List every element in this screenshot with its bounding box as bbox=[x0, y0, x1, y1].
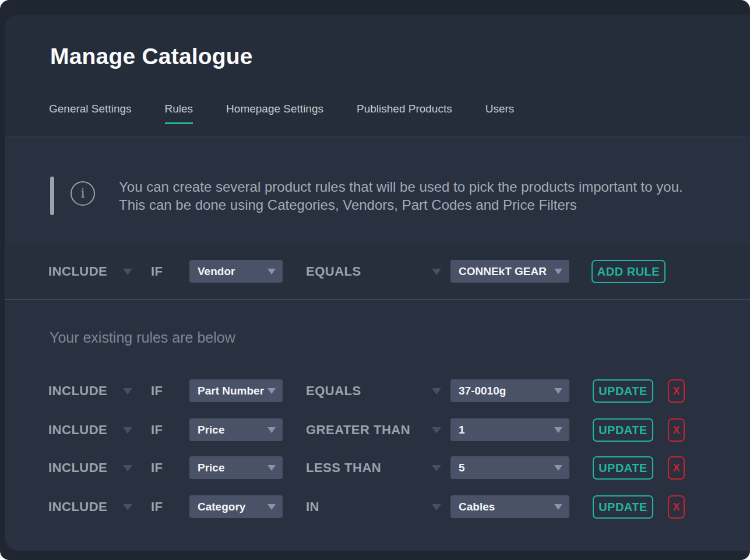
value-select[interactable]: 5 bbox=[450, 456, 569, 479]
field-select-chevron-down-icon bbox=[267, 465, 276, 471]
value-select[interactable]: 37-0010g bbox=[450, 379, 569, 402]
value-select-value: CONNEkT GEAR bbox=[459, 265, 547, 278]
operator-chevron-down-icon[interactable] bbox=[432, 269, 441, 275]
operator-dropdown-label[interactable]: LESS THAN bbox=[306, 456, 381, 480]
include-chevron-down-icon[interactable] bbox=[123, 504, 132, 510]
if-label: IF bbox=[151, 495, 163, 519]
delete-rule-button[interactable]: X bbox=[668, 456, 685, 480]
if-label: IF bbox=[151, 456, 163, 480]
value-select-value: 37-0010g bbox=[459, 385, 506, 397]
rule-row: INCLUDE IF Category IN Cables UPDATE X bbox=[48, 495, 736, 519]
value-select[interactable]: CONNEkT GEAR bbox=[450, 260, 569, 283]
operator-chevron-down-icon[interactable] bbox=[432, 465, 441, 471]
field-select-value: Category bbox=[198, 501, 245, 513]
manage-catalogue-card: Manage Catalogue General Settings Rules … bbox=[5, 15, 750, 551]
operator-dropdown-label[interactable]: EQUALS bbox=[306, 260, 361, 283]
update-rule-button[interactable]: UPDATE bbox=[593, 379, 653, 403]
include-dropdown-label[interactable]: INCLUDE bbox=[48, 418, 107, 442]
update-rule-button[interactable]: UPDATE bbox=[593, 495, 653, 519]
rule-row: INCLUDE IF Part Number EQUALS 37-0010g U… bbox=[48, 379, 736, 403]
include-chevron-down-icon[interactable] bbox=[123, 427, 132, 434]
value-select-chevron-down-icon bbox=[554, 465, 562, 471]
value-select-chevron-down-icon bbox=[554, 427, 562, 433]
header: Manage Catalogue General Settings Rules … bbox=[5, 15, 750, 136]
operator-chevron-down-icon[interactable] bbox=[432, 388, 441, 395]
include-dropdown-label[interactable]: INCLUDE bbox=[48, 495, 107, 519]
operator-chevron-down-icon[interactable] bbox=[432, 427, 441, 434]
value-select[interactable]: 1 bbox=[450, 418, 569, 441]
field-select-value: Price bbox=[198, 424, 224, 436]
field-select-chevron-down-icon bbox=[267, 427, 276, 433]
rule-row: INCLUDE IF Price LESS THAN 5 UPDATE X bbox=[48, 456, 736, 480]
delete-rule-button[interactable]: X bbox=[668, 418, 685, 442]
existing-rules-section: Your existing rules are below INCLUDE IF… bbox=[5, 300, 750, 551]
field-select-value: Vendor bbox=[198, 265, 235, 278]
app-window: Manage Catalogue General Settings Rules … bbox=[0, 0, 750, 560]
field-select[interactable]: Price bbox=[189, 456, 283, 479]
include-chevron-down-icon[interactable] bbox=[123, 388, 132, 395]
operator-dropdown-label[interactable]: GREATER THAN bbox=[306, 418, 410, 442]
field-select[interactable]: Category bbox=[189, 495, 283, 518]
value-select-chevron-down-icon bbox=[554, 504, 562, 510]
value-select[interactable]: Cables bbox=[450, 495, 569, 518]
field-select[interactable]: Part Number bbox=[189, 379, 283, 402]
field-select-value: Price bbox=[198, 462, 224, 474]
delete-rule-button[interactable]: X bbox=[668, 495, 685, 519]
field-select-value: Part Number bbox=[198, 385, 264, 397]
include-dropdown-label[interactable]: INCLUDE bbox=[48, 260, 107, 283]
info-section: i You can create several product rules t… bbox=[5, 137, 750, 245]
tab-rules[interactable]: Rules bbox=[165, 103, 193, 124]
include-chevron-down-icon[interactable] bbox=[123, 269, 132, 275]
rule-builder-row: INCLUDE IF Vendor EQUALS CONNEkT GEAR AD… bbox=[48, 260, 736, 283]
field-select-chevron-down-icon bbox=[267, 388, 276, 394]
include-dropdown-label[interactable]: INCLUDE bbox=[48, 456, 107, 480]
info-accent-bar bbox=[50, 177, 54, 215]
value-select-chevron-down-icon bbox=[554, 269, 562, 274]
existing-rules-heading: Your existing rules are below bbox=[50, 329, 235, 346]
page-title: Manage Catalogue bbox=[50, 44, 253, 69]
value-select-value: 1 bbox=[459, 424, 465, 436]
add-rule-button[interactable]: ADD RULE bbox=[591, 260, 666, 283]
info-icon: i bbox=[71, 181, 95, 206]
value-select-value: 5 bbox=[459, 462, 465, 474]
value-select-chevron-down-icon bbox=[554, 388, 562, 394]
add-rule-section: INCLUDE IF Vendor EQUALS CONNEkT GEAR AD… bbox=[5, 245, 750, 300]
field-select-chevron-down-icon bbox=[267, 504, 276, 510]
tab-users[interactable]: Users bbox=[485, 103, 515, 124]
if-label: IF bbox=[151, 260, 163, 283]
field-select-chevron-down-icon bbox=[267, 269, 276, 274]
rule-row: INCLUDE IF Price GREATER THAN 1 UPDATE X bbox=[48, 418, 736, 442]
operator-dropdown-label[interactable]: EQUALS bbox=[306, 379, 361, 403]
info-text: You can create several product rules tha… bbox=[119, 178, 693, 214]
operator-dropdown-label[interactable]: IN bbox=[306, 495, 319, 519]
update-rule-button[interactable]: UPDATE bbox=[593, 418, 653, 442]
include-dropdown-label[interactable]: INCLUDE bbox=[48, 379, 107, 403]
field-select[interactable]: Price bbox=[189, 418, 283, 441]
update-rule-button[interactable]: UPDATE bbox=[593, 456, 653, 480]
field-select[interactable]: Vendor bbox=[189, 260, 283, 283]
tab-homepage-settings[interactable]: Homepage Settings bbox=[226, 103, 323, 124]
info-block: i You can create several product rules t… bbox=[50, 177, 693, 215]
tab-bar: General Settings Rules Homepage Settings… bbox=[49, 103, 514, 124]
delete-rule-button[interactable]: X bbox=[668, 379, 685, 403]
tab-general-settings[interactable]: General Settings bbox=[49, 103, 132, 124]
include-chevron-down-icon[interactable] bbox=[123, 465, 132, 471]
tab-published-products[interactable]: Published Products bbox=[357, 103, 452, 124]
if-label: IF bbox=[151, 379, 163, 403]
operator-chevron-down-icon[interactable] bbox=[432, 504, 441, 510]
value-select-value: Cables bbox=[459, 501, 495, 513]
if-label: IF bbox=[151, 418, 163, 442]
